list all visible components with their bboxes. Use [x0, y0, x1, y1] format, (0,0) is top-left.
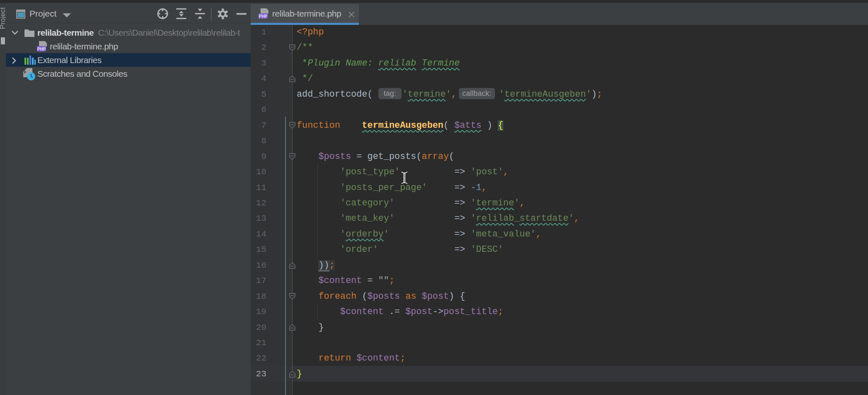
svg-text:PHP: PHP: [259, 14, 268, 19]
svg-text:PHP: PHP: [37, 47, 46, 51]
